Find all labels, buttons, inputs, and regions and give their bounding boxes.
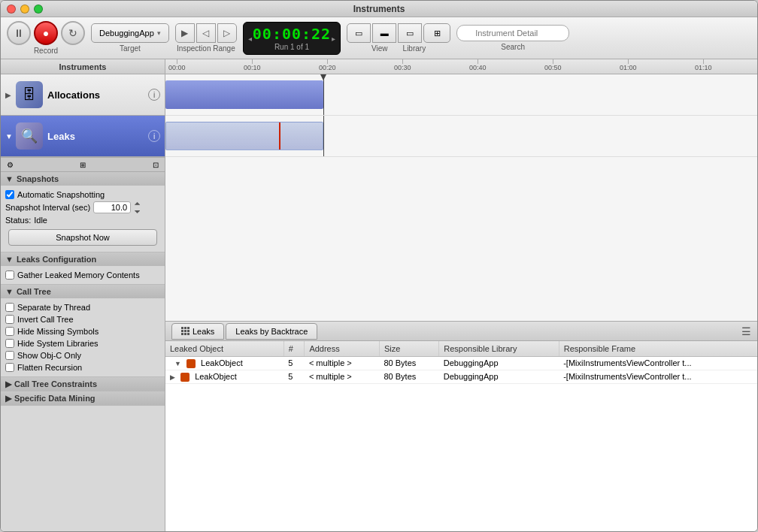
cell-frame: -[MixiInstrumentsViewController t...: [559, 356, 757, 370]
inspection-prev-button[interactable]: ◁: [196, 23, 216, 43]
col-count[interactable]: #: [283, 341, 305, 356]
playhead: [323, 74, 324, 115]
snapshots-title: Snapshots: [17, 174, 59, 183]
snapshot-now-button[interactable]: Snapshot Now: [8, 229, 157, 246]
col-address[interactable]: Address: [305, 341, 380, 356]
hide-missing-checkbox[interactable]: [5, 327, 14, 336]
leaks-config-header[interactable]: ▼ Leaks Configuration: [1, 252, 165, 266]
target-label: Target: [120, 44, 141, 53]
sidebar: Instruments ▶ 🗄 Allocations i ▼ 🔍 Leaks …: [1, 59, 165, 531]
refresh-button[interactable]: ↻: [61, 21, 85, 45]
col-responsible-library[interactable]: Responsible Library: [439, 341, 559, 356]
record-button[interactable]: ●: [34, 21, 58, 45]
automatic-snapshotting-checkbox[interactable]: [5, 190, 14, 199]
sidebar-settings-icon[interactable]: ⚙: [4, 159, 16, 171]
search-group: 🔍 Search: [456, 25, 569, 51]
timer-right-arrow-icon: ▸: [332, 34, 335, 42]
flatten-recursion-row: Flatten Recursion: [5, 361, 160, 373]
call-tree-section: ▼ Call Tree Separate by Thread Invert Ca…: [1, 285, 165, 377]
row-expand-icon[interactable]: ▶: [170, 373, 175, 381]
flatten-recursion-checkbox[interactable]: [5, 363, 14, 372]
snapshots-expand-icon: ▼: [5, 174, 14, 183]
timer-run-label: Run 1 of 1: [274, 43, 309, 51]
cell-object-value: LeakObject: [201, 358, 243, 367]
gather-leaked-checkbox[interactable]: [5, 271, 14, 280]
stepper-icon[interactable]: ⏶⏷: [134, 199, 141, 216]
hide-system-row: Hide System Libraries: [5, 337, 160, 349]
leaks-info-button[interactable]: i: [148, 130, 160, 142]
separate-thread-label: Separate by Thread: [17, 303, 90, 312]
allocations-expand-icon[interactable]: ▶: [5, 91, 16, 99]
snapshots-header[interactable]: ▼ Snapshots: [1, 172, 165, 186]
col-responsible-frame[interactable]: Responsible Frame: [559, 341, 757, 356]
search-input[interactable]: [456, 25, 569, 41]
cell-frame: -[MixiInstrumentsViewController t...: [559, 370, 757, 383]
target-selector[interactable]: DebuggingApp ▾: [91, 23, 169, 43]
sidebar-add-icon[interactable]: ⊡: [150, 159, 162, 171]
col-leaked-object[interactable]: Leaked Object: [165, 341, 283, 356]
ruler-mark-0: 00:00: [168, 59, 186, 71]
track-area: [165, 74, 757, 321]
row-expand-icon[interactable]: ▼: [174, 360, 181, 367]
allocations-track-content: [165, 74, 757, 115]
gather-leaked-row: Gather Leaked Memory Contents: [5, 269, 160, 281]
close-button[interactable]: [7, 5, 16, 14]
invert-call-tree-checkbox[interactable]: [5, 315, 14, 324]
leaks-config-title: Leaks Configuration: [17, 255, 96, 264]
ruler-mark-3: 00:30: [394, 59, 411, 71]
detail-area: Leaks Leaks by Backtrace ☰ Le: [165, 321, 757, 531]
leak-type-icon: [180, 373, 190, 382]
inspection-controls: ▶ ◁ ▷: [175, 23, 237, 43]
show-objc-row: Show Obj-C Only: [5, 349, 160, 361]
leaks-configuration-section: ▼ Leaks Configuration Gather Leaked Memo…: [1, 252, 165, 285]
call-tree-header[interactable]: ▼ Call Tree: [1, 285, 165, 298]
detail-table: Leaked Object # Address Size: [165, 341, 757, 384]
specific-data-mining-header[interactable]: ▶ Specific Data Mining: [1, 391, 165, 405]
search-label: Search: [501, 43, 525, 51]
view-right-button[interactable]: ▭: [398, 23, 422, 43]
target-name: DebuggingApp: [99, 29, 154, 38]
hide-system-checkbox[interactable]: [5, 339, 14, 348]
library-button[interactable]: ⊞: [423, 23, 450, 43]
table-row[interactable]: ▼ LeakObject 5 < multiple > 80 Bytes Deb…: [165, 356, 757, 370]
col-size[interactable]: Size: [379, 341, 438, 356]
call-tree-constraints-section: ▶ Call Tree Constraints: [1, 377, 165, 391]
leaks-config-expand-icon: ▼: [5, 255, 14, 264]
sidebar-item-allocations[interactable]: ▶ 🗄 Allocations i: [1, 74, 165, 116]
minimize-button[interactable]: [20, 5, 29, 14]
snapshot-interval-input[interactable]: [93, 201, 131, 213]
detail-options-button[interactable]: ☰: [741, 325, 751, 337]
snapshots-content: Automatic Snapshotting Snapshot Interval…: [1, 186, 165, 252]
gather-leaked-label: Gather Leaked Memory Contents: [17, 271, 140, 280]
allocations-info-button[interactable]: i: [148, 89, 160, 101]
ruler-mark-2: 00:20: [319, 59, 336, 71]
view-center-button[interactable]: ▬: [372, 23, 396, 43]
leaks-expand-icon[interactable]: ▼: [5, 132, 16, 141]
inspection-go-start-button[interactable]: ▶: [175, 23, 195, 43]
table-row[interactable]: ▶ LeakObject 5 < multiple > 80 Bytes Deb…: [165, 370, 757, 383]
tab-leaks[interactable]: Leaks: [171, 323, 224, 340]
view-left-button[interactable]: ▭: [347, 23, 371, 43]
maximize-button[interactable]: [34, 5, 43, 14]
hide-system-label: Hide System Libraries: [17, 339, 99, 348]
sidebar-resize-icon[interactable]: ⊞: [77, 159, 89, 171]
allocations-track: [165, 74, 757, 116]
tab-leaks-label: Leaks: [193, 327, 214, 336]
snapshot-interval-label: Snapshot Interval (sec): [5, 203, 90, 212]
view-label: View: [371, 44, 388, 53]
inspection-next-button[interactable]: ▷: [217, 23, 237, 43]
show-objc-checkbox[interactable]: [5, 351, 14, 360]
separate-thread-checkbox[interactable]: [5, 303, 14, 312]
leaks-bar: [165, 122, 323, 150]
timer-time: 00:00:22: [253, 25, 331, 43]
ruler-mark-4: 00:40: [469, 59, 487, 71]
sidebar-item-leaks[interactable]: ▼ 🔍 Leaks i: [1, 116, 165, 157]
tab-leaks-by-backtrace[interactable]: Leaks by Backtrace: [226, 323, 317, 340]
pause-button[interactable]: ⏸: [7, 21, 31, 45]
record-label: Record: [34, 47, 58, 55]
timer-display: ◂ 00:00:22 Run 1 of 1 ▸: [243, 22, 341, 55]
call-tree-constraints-header[interactable]: ▶ Call Tree Constraints: [1, 377, 165, 391]
cell-library: DebuggingApp: [439, 370, 559, 383]
target-arrow-icon: ▾: [157, 29, 161, 37]
allocations-bar: [165, 80, 323, 109]
